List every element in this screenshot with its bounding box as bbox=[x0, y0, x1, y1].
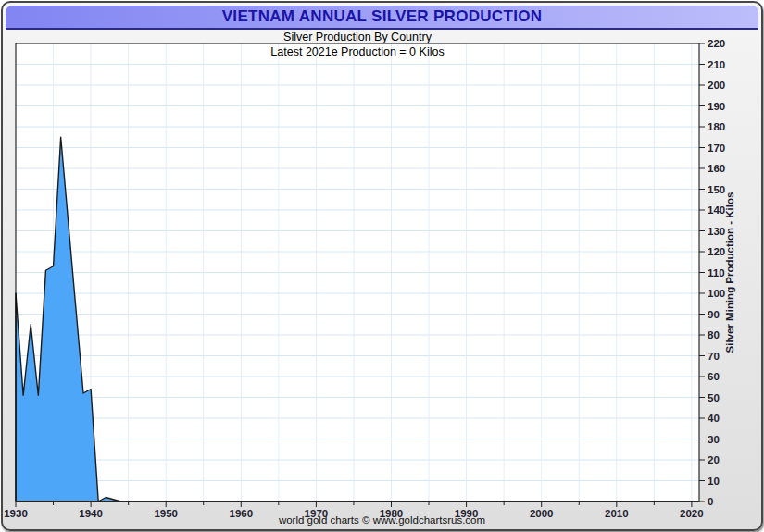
y-tick-label: 160 bbox=[708, 163, 725, 174]
y-tick-label: 70 bbox=[708, 351, 720, 362]
chart-canvas: 1930194019501960197019801990200020102020… bbox=[3, 3, 763, 531]
y-tick-label: 210 bbox=[708, 59, 725, 70]
y-tick-label: 170 bbox=[708, 142, 725, 154]
y-tick-label: 130 bbox=[708, 226, 725, 237]
y-tick-label: 120 bbox=[708, 246, 725, 257]
y-tick-label: 50 bbox=[708, 392, 720, 403]
y-tick-label: 90 bbox=[708, 309, 720, 320]
y-tick-label: 100 bbox=[708, 288, 725, 299]
copyright-footer: world gold charts © www.goldchartsrus.co… bbox=[3, 514, 761, 526]
y-tick-label: 60 bbox=[708, 371, 720, 382]
y-tick-label: 200 bbox=[708, 80, 725, 91]
y-axis-title: Silver Mining Production - Kilos bbox=[724, 192, 735, 353]
latest-production-annotation: Latest 2021e Production = 0 Kilos bbox=[16, 45, 699, 58]
y-tick-label: 30 bbox=[708, 434, 720, 445]
y-tick-label: 0 bbox=[708, 496, 713, 507]
y-tick-label: 150 bbox=[708, 184, 725, 195]
y-tick-label: 140 bbox=[708, 204, 725, 216]
y-tick-label: 180 bbox=[708, 121, 725, 132]
chart-window: VIETNAM ANNUAL SILVER PRODUCTION Silver … bbox=[1, 1, 763, 531]
y-tick-label: 190 bbox=[708, 101, 725, 112]
y-tick-label: 110 bbox=[708, 267, 725, 278]
y-tick-label: 80 bbox=[708, 329, 720, 340]
y-tick-label: 20 bbox=[708, 454, 720, 465]
y-tick-label: 220 bbox=[708, 38, 725, 49]
y-tick-label: 10 bbox=[708, 476, 720, 487]
y-tick-label: 40 bbox=[708, 413, 720, 424]
